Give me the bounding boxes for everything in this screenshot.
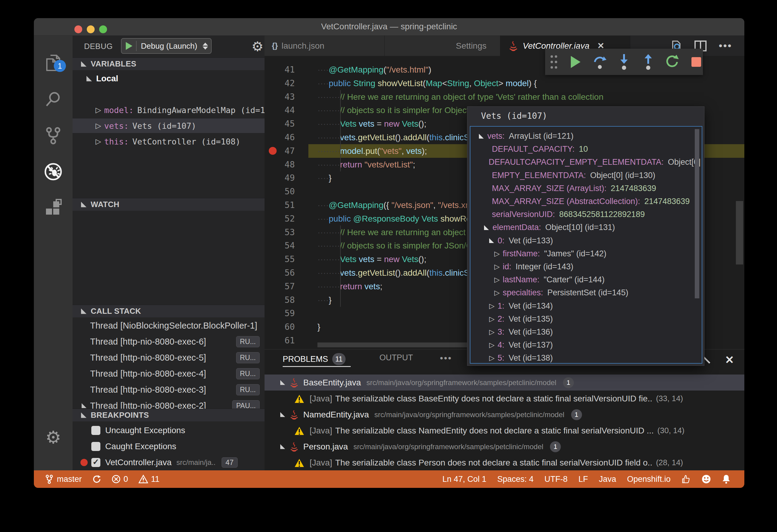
- chevron-collapsed-icon[interactable]: ▷: [489, 302, 494, 310]
- chevron-collapsed-icon[interactable]: ▷: [494, 289, 500, 297]
- toolbar-drag-grip[interactable]: [549, 53, 558, 71]
- tab-output[interactable]: OUTPUT: [379, 353, 413, 363]
- search-button[interactable]: [34, 84, 73, 114]
- call-stack-thread-row[interactable]: Thread [NioBlockingSelector.BlockPoller-…: [73, 318, 264, 333]
- hover-tree-row[interactable]: ▷1:Vet (id=134): [470, 299, 700, 312]
- call-stack-thread-row[interactable]: Thread [http-nio-8080-exec-6]RU...: [73, 334, 264, 349]
- hover-tree-row[interactable]: ▷4:Vet (id=137): [470, 339, 700, 352]
- tab-settings[interactable]: Settings: [384, 36, 501, 56]
- line-number[interactable]: 51: [264, 198, 295, 212]
- tab-launch-json[interactable]: {} launch.json: [264, 36, 384, 56]
- chevron-expanded-icon[interactable]: [489, 238, 494, 243]
- line-number[interactable]: 52: [264, 212, 295, 226]
- line-number[interactable]: 57: [264, 280, 295, 293]
- line-number[interactable]: 48: [264, 158, 295, 171]
- status-item-smiley[interactable]: [701, 474, 711, 484]
- variable-row[interactable]: ▷this:VetController (id=108): [73, 134, 264, 149]
- extensions-button[interactable]: [34, 193, 73, 223]
- code-line[interactable]: ····public String showVetList(Map<String…: [308, 77, 744, 90]
- line-number[interactable]: 44: [264, 103, 295, 117]
- panel-more-icon[interactable]: •••: [440, 353, 452, 363]
- hover-tree-row[interactable]: MAX_ARRAY_SIZE (AbstractCollection):2147…: [470, 195, 700, 208]
- line-number[interactable]: 50: [264, 185, 295, 198]
- manage-button[interactable]: ⚙: [34, 424, 73, 451]
- line-number[interactable]: 61: [264, 334, 295, 347]
- call-stack-thread-row[interactable]: Thread [http-nio-8080-exec-5]RU...: [73, 350, 264, 365]
- line-number[interactable]: 56: [264, 266, 295, 280]
- breakpoint-checkbox[interactable]: [91, 426, 100, 435]
- continue-icon[interactable]: [569, 53, 583, 71]
- line-number[interactable]: 59: [264, 306, 295, 320]
- breakpoint-gutter-dot[interactable]: [269, 147, 276, 155]
- chevron-collapsed-icon[interactable]: ▷: [494, 276, 500, 284]
- editor-vertical-scrollbar[interactable]: [736, 201, 743, 264]
- hover-tree-row[interactable]: vets:ArrayList (id=121): [470, 130, 700, 143]
- debug-button[interactable]: [34, 157, 73, 187]
- scope-row-local[interactable]: Local: [73, 71, 264, 86]
- line-number[interactable]: 45: [264, 117, 295, 131]
- problem-file-row[interactable]: BaseEntity.javasrc/main/java/org/springf…: [264, 375, 744, 391]
- status-item-openshift-io[interactable]: Openshift.io: [627, 475, 671, 484]
- hover-tree-row[interactable]: DEFAULT_CAPACITY:10: [470, 143, 700, 156]
- breakpoint-row[interactable]: VetController.javasrc/main/ja..47: [73, 455, 264, 470]
- line-number[interactable]: 58: [264, 293, 295, 307]
- breakpoints-section-header[interactable]: BREAKPOINTS: [73, 409, 264, 421]
- variables-section-header[interactable]: VARIABLES: [73, 57, 264, 70]
- explorer-button[interactable]: 1: [34, 48, 73, 78]
- step-out-icon[interactable]: [642, 53, 655, 71]
- status-item-11[interactable]: 11: [138, 475, 159, 484]
- line-number[interactable]: 60: [264, 320, 295, 334]
- line-number[interactable]: 54: [264, 239, 295, 252]
- tab-problems[interactable]: PROBLEMS 11: [283, 353, 346, 365]
- chevron-collapsed-icon[interactable]: ▷: [494, 250, 500, 258]
- code-line[interactable]: ········// Here we are returning an obje…: [308, 90, 744, 104]
- variable-row[interactable]: ▷model:BindingAwareModelMap (id=106..: [73, 103, 264, 117]
- hover-tree-row[interactable]: ▷id:Integer (id=143): [470, 260, 700, 273]
- close-panel-icon[interactable]: ✕: [725, 354, 734, 366]
- variable-row[interactable]: ▷vets:Vets (id=107): [73, 119, 264, 133]
- title-bar[interactable]: VetController.java — spring-petclinic: [34, 18, 744, 36]
- status-item-thumbs-up[interactable]: [681, 474, 690, 484]
- line-number[interactable]: 53: [264, 226, 295, 239]
- line-number[interactable]: 42: [264, 77, 295, 90]
- problem-warning-row[interactable]: [Java]The serializable class BaseEntity …: [264, 391, 744, 407]
- more-actions-icon[interactable]: •••: [718, 40, 732, 52]
- watch-section-header[interactable]: WATCH: [73, 198, 264, 211]
- hover-tree-row[interactable]: ▷specialties:PersistentSet (id=145): [470, 286, 700, 299]
- chevron-expanded-icon[interactable]: [484, 225, 489, 230]
- status-item-spaces-4[interactable]: Spaces: 4: [497, 475, 534, 484]
- status-item-java[interactable]: Java: [599, 475, 616, 484]
- hover-tree-row[interactable]: ▷5:Vet (id=138): [470, 352, 700, 364]
- hover-tree-row[interactable]: 0:Vet (id=133): [470, 234, 700, 247]
- line-number[interactable]: 46: [264, 131, 295, 144]
- chevron-expanded-icon[interactable]: [479, 134, 484, 139]
- source-control-button[interactable]: [34, 120, 73, 150]
- chevron-collapsed-icon[interactable]: ▷: [489, 341, 494, 349]
- line-number[interactable]: 49: [264, 171, 295, 185]
- step-into-icon[interactable]: [618, 53, 631, 71]
- hover-tree-row[interactable]: DEFAULTCAPACITY_EMPTY_ELEMENTDATA:Object…: [470, 156, 700, 169]
- line-number[interactable]: 41: [264, 63, 295, 77]
- call-stack-thread-row[interactable]: Thread [http-nio-8080-exec-3]RU...: [73, 382, 264, 397]
- breakpoint-checkbox[interactable]: [91, 458, 100, 467]
- hover-tree-row[interactable]: elementData:Object[10] (id=131): [470, 221, 700, 234]
- start-debug-icon[interactable]: [126, 42, 132, 50]
- status-item-utf-8[interactable]: UTF-8: [545, 475, 568, 484]
- hover-scrollbar[interactable]: [695, 129, 699, 298]
- breakpoint-row[interactable]: Uncaught Exceptions: [73, 423, 264, 438]
- stop-icon[interactable]: [690, 53, 703, 71]
- problem-file-row[interactable]: NamedEntity.javasrc/main/java/org/spring…: [264, 407, 744, 423]
- hover-tree-row[interactable]: serialVersionUID:8683452581122892189: [470, 208, 700, 221]
- hover-tree-row[interactable]: ▷3:Vet (id=136): [470, 325, 700, 339]
- call-stack-section-header[interactable]: CALL STACK: [73, 305, 264, 317]
- chevron-collapsed-icon[interactable]: ▷: [489, 315, 494, 323]
- hover-tree-row[interactable]: ▷firstName:"James" (id=142): [470, 247, 700, 260]
- status-item-0[interactable]: 0: [112, 475, 128, 484]
- problem-file-row[interactable]: Person.javasrc/main/java/org/springframe…: [264, 438, 744, 454]
- status-item-lf[interactable]: LF: [578, 475, 588, 484]
- status-item-sync[interactable]: [92, 475, 101, 484]
- configure-gear-icon[interactable]: ⚙: [251, 39, 263, 54]
- hover-tree-row[interactable]: ▷2:Vet (id=135): [470, 312, 700, 325]
- chevron-collapsed-icon[interactable]: ▷: [489, 354, 494, 362]
- step-over-icon[interactable]: [593, 53, 606, 71]
